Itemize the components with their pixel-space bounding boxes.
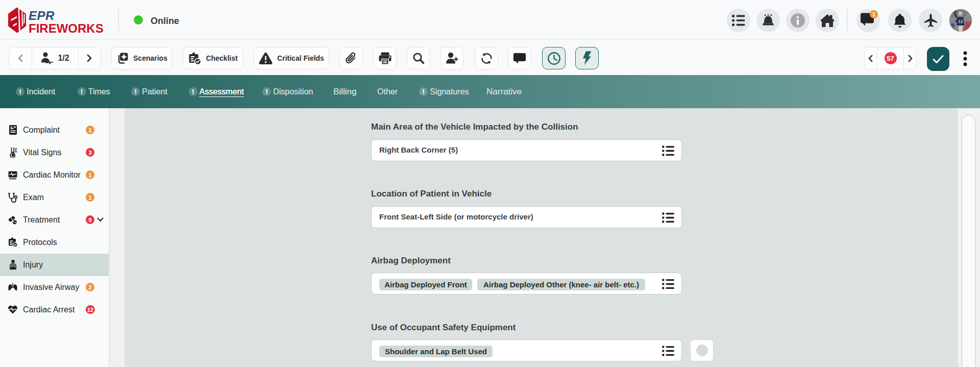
svg-text:1: 1 (872, 11, 875, 17)
svg-text:FIREWORKS: FIREWORKS (29, 21, 104, 34)
svg-text:EPR: EPR (29, 9, 55, 22)
svg-text:12: 12 (958, 19, 963, 24)
